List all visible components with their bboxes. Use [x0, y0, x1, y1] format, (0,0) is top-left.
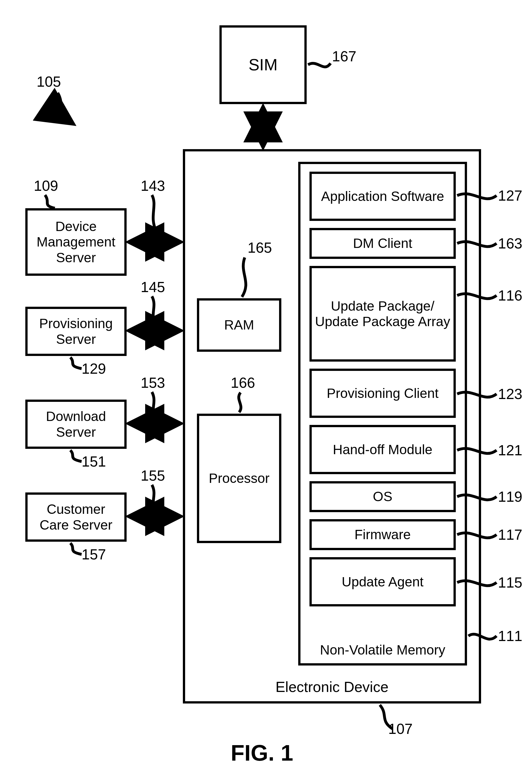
- processor-box: Processor: [197, 414, 281, 543]
- os-box: OS: [309, 481, 456, 512]
- ref-127: 127: [498, 187, 522, 204]
- dm-client-box: DM Client: [309, 228, 456, 259]
- processor-text: Processor: [209, 470, 270, 486]
- ref-143: 143: [141, 177, 165, 194]
- update-agent-text: Update Agent: [342, 574, 424, 590]
- ref-121: 121: [498, 442, 522, 459]
- electronic-device-label: Electronic Device: [185, 679, 479, 696]
- ref-145: 145: [141, 279, 165, 295]
- os-text: OS: [373, 489, 392, 504]
- firmware-box: Firmware: [309, 519, 456, 550]
- ref-166: 166: [231, 374, 255, 391]
- ref-151: 151: [82, 453, 106, 470]
- download-server-text: Download Server: [30, 409, 122, 440]
- update-package-text: Update Package/ Update Package Array: [315, 298, 451, 329]
- ref-129: 129: [82, 360, 106, 377]
- ref-155: 155: [141, 467, 165, 484]
- ref-107: 107: [388, 720, 413, 737]
- update-package-box: Update Package/ Update Package Array: [309, 266, 456, 362]
- ref-109: 109: [34, 177, 58, 194]
- app-software-box: Application Software: [309, 172, 456, 221]
- provisioning-server-text: Provisioning Server: [30, 316, 122, 347]
- ref-157: 157: [82, 546, 106, 563]
- ref-123: 123: [498, 386, 522, 402]
- customer-care-server-text: Customer Care Server: [30, 501, 122, 532]
- ram-text: RAM: [224, 317, 254, 333]
- ref-105: 105: [37, 73, 61, 90]
- update-agent-box: Update Agent: [309, 557, 456, 606]
- download-server-box: Download Server: [25, 400, 127, 449]
- app-software-text: Application Software: [321, 189, 444, 204]
- dm-client-text: DM Client: [353, 236, 412, 251]
- ref-163: 163: [498, 235, 522, 252]
- customer-care-server-box: Customer Care Server: [25, 492, 127, 542]
- ref-167: 167: [332, 48, 356, 65]
- nvm-label: Non-Volatile Memory: [300, 642, 465, 658]
- ref-119: 119: [498, 488, 522, 505]
- ref-117: 117: [498, 526, 522, 543]
- dms-box: Device Management Server: [25, 208, 127, 276]
- provisioning-client-box: Provisioning Client: [309, 369, 456, 418]
- figure-label: FIG. 1: [231, 740, 293, 766]
- ref-111: 111: [498, 628, 522, 644]
- ram-box: RAM: [197, 298, 281, 352]
- ref-115: 115: [498, 574, 522, 591]
- handoff-module-text: Hand-off Module: [333, 442, 432, 457]
- ref-153: 153: [141, 374, 165, 391]
- handoff-module-box: Hand-off Module: [309, 425, 456, 474]
- provisioning-server-box: Provisioning Server: [25, 307, 127, 356]
- sim-box: SIM: [219, 25, 307, 104]
- provisioning-client-text: Provisioning Client: [327, 386, 439, 401]
- ref-165: 165: [248, 239, 272, 256]
- sim-text: SIM: [248, 55, 277, 74]
- firmware-text: Firmware: [354, 527, 411, 542]
- ref-116: 116: [498, 287, 522, 304]
- dms-text: Device Management Server: [30, 219, 122, 265]
